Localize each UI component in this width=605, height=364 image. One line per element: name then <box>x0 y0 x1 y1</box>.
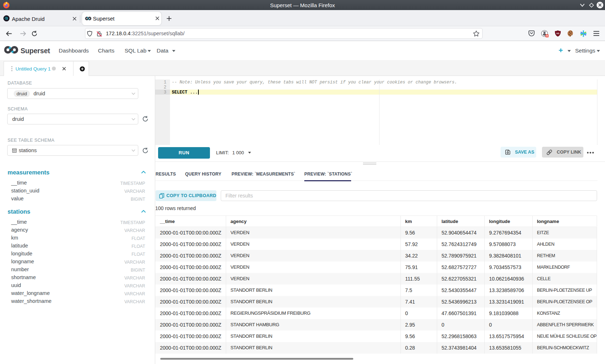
svg-text:UO: UO <box>556 32 560 35</box>
